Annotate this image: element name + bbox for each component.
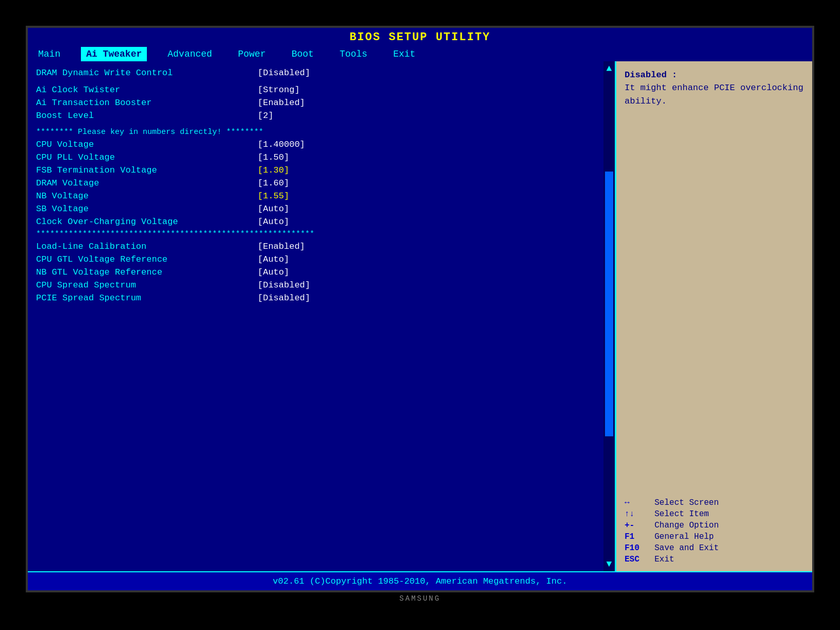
- main-content: DRAM Dynamic Write Control[Disabled]Ai C…: [28, 61, 812, 571]
- nav-item-advanced[interactable]: Advanced: [162, 47, 217, 61]
- setting-value: [Disabled]: [258, 68, 310, 78]
- setting-name: NB Voltage: [36, 191, 253, 201]
- key-help-row: +-Change Option: [625, 521, 804, 530]
- setting-value: [Auto]: [258, 217, 289, 227]
- key-help-row: ↑↓Select Item: [625, 509, 804, 519]
- key-help-row: F1General Help: [625, 532, 804, 541]
- setting-row[interactable]: DRAM Dynamic Write Control[Disabled]: [36, 66, 607, 79]
- bios-title: BIOS SETUP UTILITY: [28, 28, 812, 45]
- setting-value: [Auto]: [258, 254, 289, 264]
- setting-name: DRAM Dynamic Write Control: [36, 68, 253, 78]
- key-desc: Select Item: [654, 509, 709, 519]
- nav-item-ai-tweaker[interactable]: Ai Tweaker: [81, 47, 147, 61]
- help-section: Disabled : It might enhance PCIE overclo…: [625, 69, 804, 494]
- key-help-section: ↔Select Screen↑↓Select Item+-Change Opti…: [625, 498, 804, 564]
- nav-item-exit[interactable]: Exit: [388, 47, 421, 61]
- setting-name: Ai Clock Twister: [36, 85, 253, 95]
- scroll-up-arrow[interactable]: ▲: [607, 61, 612, 76]
- key-symbol: +-: [625, 521, 650, 530]
- separator-row: ****************************************…: [36, 228, 607, 240]
- setting-name: Boost Level: [36, 111, 253, 121]
- key-help-row: ↔Select Screen: [625, 498, 804, 507]
- samsung-label: SAMSUNG: [399, 592, 441, 605]
- setting-row[interactable]: CPU Voltage[1.40000]: [36, 138, 607, 151]
- key-help-row: ESCExit: [625, 555, 804, 564]
- setting-value: [1.55]: [258, 191, 289, 201]
- key-symbol: F10: [625, 543, 650, 553]
- setting-row[interactable]: Boost Level[2]: [36, 109, 607, 122]
- setting-value: [Auto]: [258, 204, 289, 214]
- setting-name: Clock Over-Charging Voltage: [36, 217, 253, 227]
- setting-name: DRAM Voltage: [36, 178, 253, 188]
- bios-screen: BIOS SETUP UTILITY MainAi TweakerAdvance…: [26, 26, 814, 592]
- settings-list: DRAM Dynamic Write Control[Disabled]Ai C…: [36, 66, 607, 566]
- key-symbol: ESC: [625, 555, 650, 564]
- setting-name: CPU Voltage: [36, 140, 253, 149]
- help-body: It might enhance PCIE overclocking abili…: [625, 83, 803, 106]
- setting-row[interactable]: PCIE Spread Spectrum[Disabled]: [36, 292, 607, 304]
- setting-row[interactable]: Ai Clock Twister[Strong]: [36, 83, 607, 96]
- setting-row[interactable]: CPU Spread Spectrum[Disabled]: [36, 279, 607, 292]
- setting-name: Load-Line Calibration: [36, 242, 253, 251]
- setting-row[interactable]: Clock Over-Charging Voltage[Auto]: [36, 215, 607, 228]
- setting-value: [1.60]: [258, 178, 289, 188]
- setting-row[interactable]: FSB Termination Voltage[1.30]: [36, 164, 607, 177]
- key-help-row: F10Save and Exit: [625, 543, 804, 553]
- setting-row[interactable]: DRAM Voltage[1.60]: [36, 177, 607, 190]
- key-desc: General Help: [654, 532, 714, 541]
- nav-item-tools[interactable]: Tools: [334, 47, 373, 61]
- setting-name: PCIE Spread Spectrum: [36, 293, 253, 303]
- setting-name: SB Voltage: [36, 204, 253, 214]
- scroll-down-arrow[interactable]: ▼: [607, 557, 612, 571]
- setting-value: [Auto]: [258, 267, 289, 277]
- separator-row: ******** Please key in numbers directly!…: [36, 126, 607, 138]
- setting-row[interactable]: Ai Transaction Booster[Enabled]: [36, 96, 607, 109]
- key-desc: Change Option: [654, 521, 719, 530]
- scrollbar: ▲ ▼: [603, 61, 615, 571]
- nav-item-boot[interactable]: Boot: [287, 47, 319, 61]
- key-symbol: ↑↓: [625, 509, 650, 519]
- setting-row[interactable]: SB Voltage[Auto]: [36, 202, 607, 215]
- setting-row[interactable]: CPU PLL Voltage[1.50]: [36, 151, 607, 164]
- left-panel: DRAM Dynamic Write Control[Disabled]Ai C…: [28, 61, 616, 571]
- scroll-thumb: [605, 172, 613, 436]
- setting-name: CPU Spread Spectrum: [36, 280, 253, 290]
- key-desc: Select Screen: [654, 498, 719, 507]
- setting-row[interactable]: NB GTL Voltage Reference[Auto]: [36, 266, 607, 279]
- setting-name: CPU GTL Voltage Reference: [36, 254, 253, 264]
- setting-value: [Strong]: [258, 85, 300, 95]
- setting-value: [Disabled]: [258, 280, 310, 290]
- nav-bar: MainAi TweakerAdvancedPowerBootToolsExit: [28, 45, 812, 61]
- key-desc: Exit: [654, 555, 674, 564]
- setting-value: [1.40000]: [258, 140, 305, 149]
- key-symbol: F1: [625, 532, 650, 541]
- setting-row[interactable]: CPU GTL Voltage Reference[Auto]: [36, 253, 607, 266]
- nav-item-power[interactable]: Power: [233, 47, 271, 61]
- setting-value: [1.50]: [258, 152, 289, 162]
- setting-name: NB GTL Voltage Reference: [36, 267, 253, 277]
- setting-name: FSB Termination Voltage: [36, 165, 253, 175]
- setting-value: [1.30]: [258, 165, 289, 175]
- setting-value: [Disabled]: [258, 293, 310, 303]
- setting-name: CPU PLL Voltage: [36, 152, 253, 162]
- setting-name: Ai Transaction Booster: [36, 98, 253, 108]
- setting-value: [Enabled]: [258, 98, 305, 108]
- scroll-track: [605, 76, 613, 557]
- help-title: Disabled :: [625, 70, 677, 80]
- nav-item-main[interactable]: Main: [33, 47, 65, 61]
- footer: v02.61 (C)Copyright 1985-2010, American …: [28, 571, 812, 590]
- right-panel: Disabled : It might enhance PCIE overclo…: [616, 61, 812, 571]
- setting-value: [2]: [258, 111, 274, 121]
- setting-row[interactable]: NB Voltage[1.55]: [36, 190, 607, 202]
- setting-row[interactable]: Load-Line Calibration[Enabled]: [36, 240, 607, 253]
- key-symbol: ↔: [625, 498, 650, 507]
- setting-value: [Enabled]: [258, 242, 305, 251]
- key-desc: Save and Exit: [654, 543, 719, 553]
